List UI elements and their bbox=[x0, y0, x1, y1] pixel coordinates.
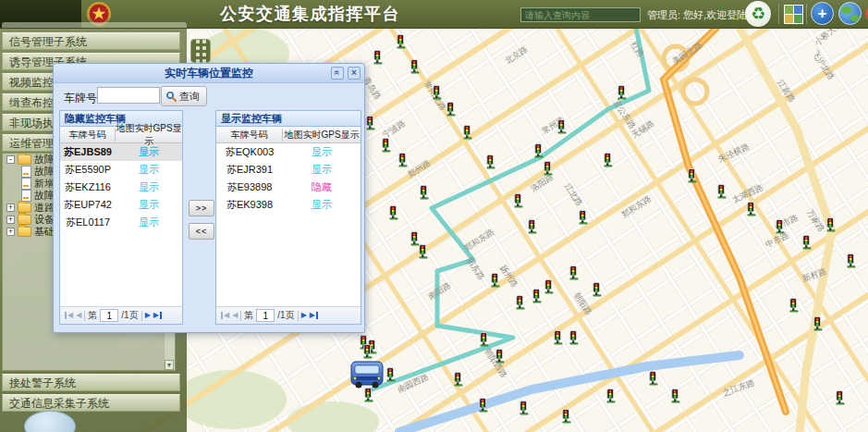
folder-icon bbox=[18, 203, 31, 213]
table-row[interactable]: 苏EKZ116显示 bbox=[60, 179, 182, 196]
plate-number-cell: 苏EQK003 bbox=[216, 145, 283, 159]
table-row[interactable]: 苏EJBS89显示 bbox=[60, 143, 182, 161]
page-last-button[interactable]: ▶ bbox=[310, 312, 319, 319]
scroll-down-icon[interactable]: ▼ bbox=[165, 360, 174, 370]
police-bus-icon[interactable] bbox=[351, 362, 383, 389]
page-prev-button[interactable]: ◀ bbox=[232, 312, 238, 319]
global-search-input[interactable] bbox=[520, 7, 641, 22]
page-number-input[interactable] bbox=[256, 309, 275, 322]
column-header-plate[interactable]: 车牌号码 bbox=[216, 129, 283, 142]
map-panel-handle[interactable] bbox=[190, 39, 211, 63]
grid-body: 苏EQK003显示苏EJR391显示苏E93898隐藏苏EK9398显示 bbox=[216, 143, 361, 311]
sidebar-top-edge bbox=[2, 22, 187, 28]
grid-header: 车牌号码地图实时GPS显示 bbox=[216, 127, 361, 143]
page-first-button[interactable]: ◀ bbox=[220, 312, 229, 319]
page-prev-button[interactable]: ◀ bbox=[76, 312, 81, 319]
document-icon bbox=[21, 166, 31, 178]
shown-vehicles-panel: 显示监控车辆 车牌号码地图实时GPS显示 苏EQK003显示苏EJR391显示苏… bbox=[215, 110, 361, 325]
gps-toggle-link[interactable]: 显示 bbox=[116, 180, 182, 194]
search-icon bbox=[165, 91, 177, 102]
query-button-label: 查询 bbox=[179, 90, 200, 104]
globe-icon[interactable] bbox=[838, 2, 862, 25]
folder-icon bbox=[18, 215, 31, 225]
folder-icon bbox=[18, 227, 31, 237]
tree-toggle-icon[interactable]: + bbox=[6, 228, 15, 236]
vehicle-monitor-dialog: 实时车辆位置监控 « × 车牌号码: 查询 隐藏监控车辆 车牌号码地图实时GPS… bbox=[53, 63, 365, 333]
app-title: 公安交通集成指挥平台 bbox=[220, 3, 400, 25]
gps-toggle-link[interactable]: 显示 bbox=[116, 216, 182, 229]
panel-title: 显示监控车辆 bbox=[216, 111, 361, 127]
gps-toggle-link[interactable]: 显示 bbox=[283, 163, 361, 177]
gps-toggle-link[interactable]: 显示 bbox=[116, 198, 182, 212]
plate-number-cell: 苏EJBS89 bbox=[60, 145, 116, 159]
map-tiles-icon[interactable] bbox=[784, 5, 803, 24]
page-next-button[interactable]: ▶ bbox=[301, 312, 307, 319]
pager-separator bbox=[141, 311, 142, 321]
plate-number-cell: 苏EK9398 bbox=[216, 198, 283, 212]
table-row[interactable]: 苏E5590P显示 bbox=[60, 161, 182, 179]
document-icon bbox=[21, 178, 31, 190]
plate-number-cell: 苏EJR391 bbox=[216, 163, 283, 177]
table-row[interactable]: 苏EJR391显示 bbox=[216, 161, 361, 179]
page-next-button[interactable]: ▶ bbox=[145, 312, 151, 319]
table-row[interactable]: 苏EQK003显示 bbox=[216, 143, 361, 161]
gps-toggle-link[interactable]: 显示 bbox=[116, 145, 182, 159]
gps-toggle-link[interactable]: 显示 bbox=[283, 198, 361, 212]
gps-toggle-link[interactable]: 显示 bbox=[116, 163, 182, 177]
table-row[interactable]: 苏EUP742显示 bbox=[60, 196, 182, 214]
toolbar-separator bbox=[806, 4, 807, 24]
column-header-plate[interactable]: 车牌号码 bbox=[60, 129, 116, 142]
sidebar-system-item[interactable]: 交通信息采集子系统 bbox=[2, 394, 180, 412]
plate-number-cell: 苏EKZ116 bbox=[60, 180, 116, 194]
tree-toggle-icon[interactable]: + bbox=[6, 216, 15, 224]
app-root: 北京路青岛路美园北路小桥大街宁波路常州北路常州路郑州路洛阳路江北路郑和东路郑和东… bbox=[0, 0, 868, 432]
page-total-label: /1页 bbox=[121, 309, 138, 322]
page-total-label: /1页 bbox=[277, 309, 294, 322]
table-row[interactable]: 苏EL0117显示 bbox=[60, 214, 182, 231]
dialog-title: 实时车辆位置监控 bbox=[165, 67, 253, 80]
sidebar-system-item[interactable]: 接处警子系统 bbox=[2, 374, 180, 391]
collapse-icon[interactable]: « bbox=[331, 67, 344, 80]
column-header-gps[interactable]: 地图实时GPS显示 bbox=[116, 122, 182, 148]
gps-toggle-link[interactable]: 显示 bbox=[283, 145, 361, 159]
recycle-icon[interactable]: ♻ bbox=[745, 1, 771, 27]
pagination-bar: ◀◀第/1页▶▶ bbox=[60, 306, 182, 324]
move-left-button[interactable]: << bbox=[189, 223, 214, 240]
grid-body: 苏EJBS89显示苏E5590P显示苏EKZ116显示苏EUP742显示苏EL0… bbox=[60, 143, 182, 311]
toolbar-separator bbox=[778, 4, 779, 24]
plate-number-cell: 苏EL0117 bbox=[60, 216, 116, 229]
pager-separator bbox=[84, 311, 85, 321]
page-label: 第 bbox=[88, 309, 97, 322]
page-number-input[interactable] bbox=[100, 309, 118, 322]
sidebar-systems-bottom: 接处警子系统交通信息采集子系统 bbox=[2, 374, 180, 414]
folder-icon bbox=[18, 154, 31, 165]
plate-number-cell: 苏E93898 bbox=[216, 180, 283, 194]
page-last-button[interactable]: ▶ bbox=[153, 312, 163, 319]
gps-toggle-link[interactable]: 隐藏 bbox=[283, 180, 361, 194]
pager-separator bbox=[298, 311, 299, 321]
plate-number-cell: 苏EUP742 bbox=[60, 198, 116, 212]
query-button[interactable]: 查询 bbox=[161, 86, 207, 106]
page-first-button[interactable]: ◀ bbox=[64, 312, 73, 319]
page-label: 第 bbox=[244, 309, 253, 322]
plate-number-input[interactable] bbox=[97, 87, 160, 104]
pagination-bar: ◀◀第/1页▶▶ bbox=[216, 306, 361, 324]
pager-separator bbox=[240, 311, 241, 321]
zoom-in-icon[interactable]: + bbox=[811, 2, 834, 25]
table-row[interactable]: 苏EK9398显示 bbox=[216, 196, 361, 214]
plate-number-cell: 苏E5590P bbox=[60, 163, 116, 177]
dialog-titlebar[interactable]: 实时车辆位置监控 bbox=[54, 64, 364, 83]
tree-toggle-icon[interactable]: - bbox=[6, 155, 15, 164]
sidebar-system-item[interactable]: 信号管理子系统 bbox=[2, 32, 180, 50]
table-row[interactable]: 苏E93898隐藏 bbox=[216, 179, 361, 196]
tree-toggle-icon[interactable]: + bbox=[6, 204, 15, 212]
move-right-button[interactable]: >> bbox=[189, 200, 214, 216]
grid-header: 车牌号码地图实时GPS显示 bbox=[60, 127, 182, 143]
hidden-vehicles-panel: 隐藏监控车辆 车牌号码地图实时GPS显示 苏EJBS89显示苏E5590P显示苏… bbox=[59, 110, 183, 325]
close-icon[interactable]: × bbox=[348, 67, 361, 80]
column-header-gps[interactable]: 地图实时GPS显示 bbox=[283, 129, 361, 142]
top-bar: 公安交通集成指挥平台 管理员: 您好,欢迎登陆使用 ♻ + bbox=[0, 0, 868, 29]
